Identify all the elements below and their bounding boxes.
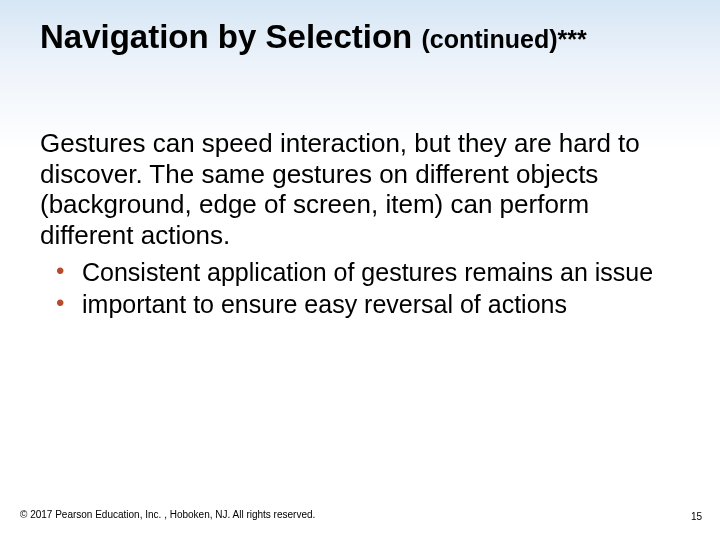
- page-number: 15: [691, 511, 702, 522]
- slide-title: Navigation by Selection (continued)***: [40, 18, 680, 56]
- bullet-list: Consistent application of gestures remai…: [52, 257, 680, 320]
- copyright-footer: © 2017 Pearson Education, Inc. , Hoboken…: [20, 509, 315, 520]
- title-sub: (continued)***: [421, 25, 586, 53]
- list-item: important to ensure easy reversal of act…: [52, 289, 680, 320]
- title-main: Navigation by Selection: [40, 18, 421, 55]
- body-paragraph: Gestures can speed interaction, but they…: [40, 128, 680, 251]
- slide: Navigation by Selection (continued)*** G…: [0, 0, 720, 540]
- slide-body: Gestures can speed interaction, but they…: [40, 128, 680, 322]
- list-item: Consistent application of gestures remai…: [52, 257, 680, 288]
